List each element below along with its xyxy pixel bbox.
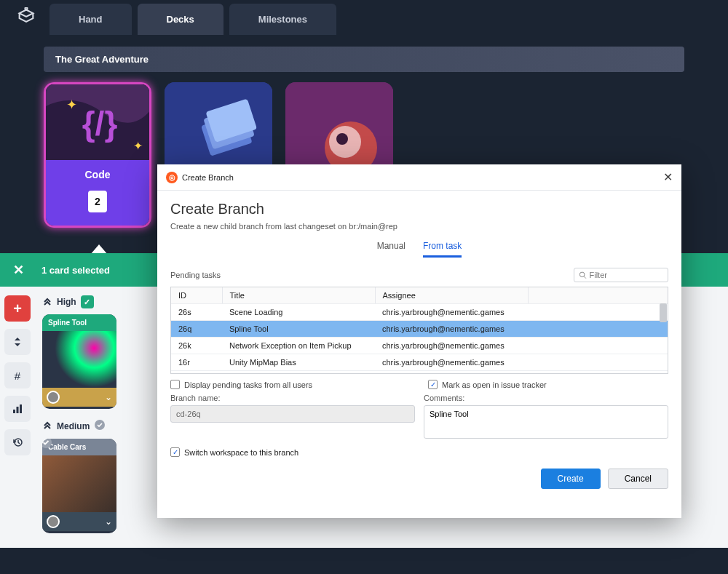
tab-decks[interactable]: Decks	[138, 4, 223, 35]
pending-tasks-label: Pending tasks	[170, 271, 221, 279]
cancel-button[interactable]: Cancel	[608, 469, 668, 489]
svg-point-0	[25, 7, 27, 9]
card-code-art: {/} ✦ ✦	[46, 84, 149, 160]
sort-button[interactable]	[4, 329, 31, 355]
svg-point-12	[336, 133, 348, 145]
card-code-label: Code	[46, 169, 149, 180]
table-row[interactable]: 250 Scenes Window Index Exception chris.…	[171, 371, 668, 375]
svg-point-20	[579, 272, 585, 277]
sidebar: + #	[0, 287, 35, 548]
card-code[interactable]: {/} ✦ ✦ Code 2	[44, 82, 151, 228]
assignee-avatar-icon	[47, 515, 60, 528]
history-button[interactable]	[4, 429, 31, 455]
card-code-body: Code 2	[46, 160, 149, 228]
col-extra[interactable]	[528, 287, 668, 304]
opt-all-users[interactable]: Display pending tasks from all users	[170, 380, 411, 389]
check-badge-icon: ✓	[81, 295, 94, 308]
branch-name-field: Branch name:	[170, 394, 415, 439]
card-code-count: 2	[88, 191, 107, 212]
tasks-table-wrap: ID Title Assignee 26s Scene Loading chri…	[170, 287, 668, 374]
dialog-titlebar: ◎ Create Branch ✕	[157, 164, 681, 191]
comments-field: Comments:	[424, 394, 668, 439]
dialog-actions: Create Cancel	[170, 469, 668, 489]
svg-text:✦: ✦	[133, 140, 143, 152]
svg-text:{/}: {/}	[82, 105, 118, 143]
task-card-spline[interactable]: Spline Tool ⌄	[42, 314, 116, 409]
tasks-table: ID Title Assignee 26s Scene Loading chri…	[171, 287, 668, 374]
dialog-subtext: Create a new child branch from last chan…	[170, 222, 668, 231]
comments-input[interactable]	[424, 405, 668, 439]
priority-high-label: High	[57, 297, 76, 307]
selection-count-label: 1 card selected	[41, 265, 110, 276]
tab-milestones[interactable]: Milestones	[229, 4, 336, 35]
add-button[interactable]: +	[4, 295, 31, 322]
col-title[interactable]: Title	[222, 287, 375, 304]
task-card-cable-art	[42, 455, 116, 512]
options-row: Display pending tasks from all users ✓ M…	[170, 380, 668, 389]
dialog-body: Create Branch Create a new child branch …	[157, 191, 681, 518]
checkbox-icon[interactable]	[170, 380, 180, 389]
table-row[interactable]: 26s Scene Loading chris.yarbrough@nement…	[171, 304, 668, 321]
topbar: Hand Decks Milestones	[0, 0, 728, 35]
dialog-title: Create Branch	[182, 173, 234, 182]
create-button[interactable]: Create	[541, 469, 601, 489]
deck-title: The Great Adventure	[44, 47, 684, 72]
task-card-spline-title: Spline Tool	[42, 314, 116, 331]
filter-box	[574, 268, 668, 282]
close-icon[interactable]: ✕	[663, 170, 673, 184]
tab-hand[interactable]: Hand	[50, 4, 132, 35]
dialog-tabs: Manual From task	[170, 241, 668, 258]
opt-mark-open[interactable]: ✓ Mark as open in issue tracker	[428, 380, 668, 389]
footer-bar	[0, 548, 728, 574]
col-assignee[interactable]: Assignee	[375, 287, 528, 304]
chevron-down-icon[interactable]: ⌄	[105, 392, 112, 402]
hash-button[interactable]: #	[4, 362, 31, 388]
stats-button[interactable]	[4, 396, 31, 422]
table-row[interactable]: 26q Spline Tool chris.yarbrough@nementic…	[171, 321, 668, 338]
priority-medium-label: Medium	[57, 421, 90, 431]
filter-input[interactable]	[590, 271, 664, 279]
checkbox-icon[interactable]: ✓	[428, 380, 438, 389]
svg-rect-14	[13, 410, 15, 413]
task-card-spline-art	[42, 331, 116, 388]
tab-manual[interactable]: Manual	[377, 241, 405, 258]
tab-from-task[interactable]: From task	[423, 241, 462, 258]
scrollbar-thumb[interactable]	[660, 303, 667, 322]
svg-text:✦: ✦	[66, 97, 77, 112]
task-card-cable[interactable]: Cable Cars ⌄	[42, 439, 116, 533]
plastic-icon: ◎	[166, 172, 178, 183]
col-id[interactable]: ID	[171, 287, 222, 304]
table-header-row: ID Title Assignee	[171, 287, 668, 304]
chevrons-icon	[42, 420, 52, 432]
comments-label: Comments:	[424, 394, 668, 402]
table-row[interactable]: 26k Network Exception on Item Pickup chr…	[171, 338, 668, 354]
svg-line-21	[584, 276, 586, 279]
create-branch-dialog: ◎ Create Branch ✕ Create Branch Create a…	[157, 164, 681, 518]
branch-name-label: Branch name:	[170, 394, 415, 402]
app-logo	[9, 0, 44, 35]
check-circle-icon	[42, 439, 52, 452]
chevron-down-icon[interactable]: ⌄	[105, 517, 112, 527]
checkbox-icon[interactable]: ✓	[170, 447, 180, 457]
switch-workspace-row[interactable]: ✓ Switch workspace to this branch	[170, 447, 668, 457]
task-card-cable-title: Cable Cars	[42, 439, 116, 455]
branch-name-input[interactable]	[170, 405, 415, 423]
svg-rect-15	[17, 407, 19, 413]
task-card-cable-footer: ⌄	[42, 512, 116, 531]
search-icon	[579, 271, 587, 279]
dialog-heading: Create Branch	[170, 201, 668, 218]
clear-selection-icon[interactable]: ✕	[13, 262, 24, 278]
task-card-spline-footer: ⌄	[42, 388, 116, 407]
chevrons-icon	[42, 296, 52, 308]
assignee-avatar-icon	[47, 391, 60, 404]
fields-row: Branch name: Comments:	[170, 394, 668, 439]
svg-rect-16	[20, 404, 22, 413]
dialog-toolbar: Pending tasks	[170, 268, 668, 282]
check-circle-icon	[94, 419, 106, 433]
table-row[interactable]: 16r Unity MipMap Bias chris.yarbrough@ne…	[171, 354, 668, 371]
